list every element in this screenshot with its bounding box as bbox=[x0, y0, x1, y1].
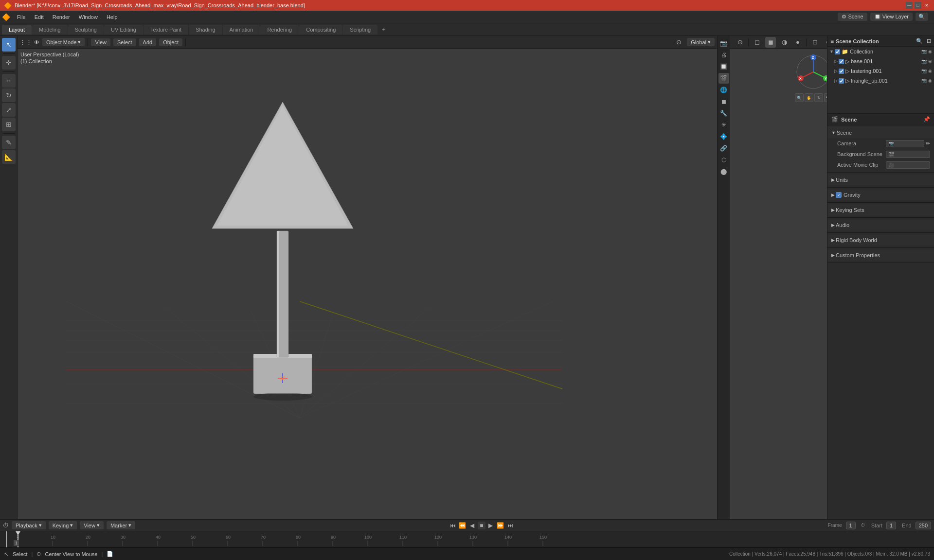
material-props-icon[interactable]: ⬤ bbox=[718, 166, 729, 177]
engine-selector[interactable]: ⚙ Scene bbox=[838, 13, 867, 21]
play-button[interactable]: ▶ bbox=[486, 521, 495, 530]
outliner-item-base[interactable]: ▷ ▷ base.001 📷 ◉ bbox=[827, 56, 934, 66]
outliner-collection-item[interactable]: ▼ 📁 Collection 📷 ◉ bbox=[827, 47, 934, 56]
prev-keyframe-button[interactable]: ⏪ bbox=[458, 521, 467, 530]
annotate-tool-button[interactable]: ✎ bbox=[2, 136, 16, 149]
outliner-triangle-checkbox[interactable] bbox=[839, 78, 844, 84]
maximize-button[interactable]: □ bbox=[915, 2, 921, 9]
orbit-gizmo-btn[interactable]: ↻ bbox=[814, 93, 823, 102]
viewport-menu-icon[interactable]: ⋮⋮ bbox=[20, 37, 31, 48]
timeline-ruler[interactable]: 1 10 20 30 40 50 60 70 80 bbox=[0, 531, 934, 548]
render-props-icon[interactable]: 📷 bbox=[718, 38, 729, 49]
gravity-checkbox[interactable]: ✓ bbox=[836, 192, 842, 198]
output-props-icon[interactable]: 🖨 bbox=[718, 50, 729, 60]
outliner-search-icon[interactable]: 🔍 bbox=[916, 38, 923, 44]
scene-props-pin[interactable]: 📌 bbox=[923, 116, 930, 122]
title-bar-controls[interactable]: — □ ✕ bbox=[906, 2, 930, 9]
transform-pivot-btn[interactable]: ⊙ bbox=[673, 37, 684, 48]
minimize-button[interactable]: — bbox=[906, 2, 913, 9]
close-button[interactable]: ✕ bbox=[923, 2, 930, 9]
overlay-btn[interactable]: ⊡ bbox=[809, 37, 820, 48]
select-menu[interactable]: Select bbox=[113, 38, 136, 46]
tab-shading[interactable]: Shading bbox=[189, 25, 222, 35]
rigid-body-world-header[interactable]: ▶ Rigid Body World bbox=[827, 235, 934, 245]
transform-tool-button[interactable]: ⊞ bbox=[2, 118, 16, 131]
viewport-shading-material[interactable]: ◑ bbox=[779, 37, 790, 48]
tab-sculpting[interactable]: Sculpting bbox=[68, 25, 104, 35]
object-props-icon[interactable]: ◼ bbox=[718, 96, 729, 107]
outliner-item-fastering[interactable]: ▷ ▷ fastering.001 📷 ◉ bbox=[827, 66, 934, 76]
tab-compositing[interactable]: Compositing bbox=[299, 25, 342, 35]
background-scene-value[interactable]: 🎬 bbox=[886, 151, 930, 158]
camera-eyedropper[interactable]: ✏ bbox=[926, 140, 930, 147]
gravity-row[interactable]: ▶ ✓ Gravity bbox=[827, 190, 934, 200]
modifier-props-icon[interactable]: 🔧 bbox=[718, 108, 729, 119]
tab-rendering[interactable]: Rendering bbox=[260, 25, 299, 35]
menu-edit[interactable]: Edit bbox=[31, 13, 48, 21]
viewport-shading-solid[interactable]: ◼ bbox=[765, 37, 776, 48]
menu-file[interactable]: File bbox=[13, 13, 30, 21]
add-menu[interactable]: Add bbox=[139, 38, 157, 46]
constraints-props-icon[interactable]: 🔗 bbox=[718, 143, 729, 154]
play-reverse-button[interactable]: ◀ bbox=[468, 521, 477, 530]
scene-props-icon[interactable]: 🎬 bbox=[718, 73, 729, 84]
object-menu[interactable]: Object bbox=[159, 38, 182, 46]
transform-orientation-btn[interactable]: Global▾ bbox=[687, 38, 715, 46]
scale-tool-button[interactable]: ⤢ bbox=[2, 103, 16, 117]
tab-scripting[interactable]: Scripting bbox=[343, 25, 377, 35]
measure-tool-button[interactable]: 📐 bbox=[2, 150, 16, 164]
move-tool-button[interactable]: ↔ bbox=[2, 74, 16, 88]
select-tool-button[interactable]: ↖ bbox=[2, 38, 16, 52]
marker-menu[interactable]: Marker▾ bbox=[107, 521, 135, 529]
keying-menu[interactable]: Keying▾ bbox=[49, 521, 77, 529]
keying-sets-header[interactable]: ▶ Keying Sets bbox=[827, 205, 934, 215]
next-keyframe-button[interactable]: ⏩ bbox=[496, 521, 505, 530]
proportional-edit-btn[interactable]: ⊙ bbox=[735, 37, 745, 48]
zoom-gizmo-btn[interactable]: 🔍 bbox=[795, 93, 804, 102]
view-layer-props-icon[interactable]: 🔲 bbox=[718, 61, 729, 72]
viewport-3d[interactable]: User Perspective (Local) (1) Collection bbox=[18, 49, 837, 519]
scene-section-header[interactable]: ▼ Scene bbox=[827, 127, 934, 138]
world-props-icon[interactable]: 🌐 bbox=[718, 85, 729, 95]
stop-button[interactable]: ■ bbox=[478, 522, 485, 529]
cursor-tool-button[interactable]: ✛ bbox=[2, 56, 16, 70]
tab-modeling[interactable]: Modeling bbox=[32, 25, 68, 35]
tab-animation[interactable]: Animation bbox=[223, 25, 260, 35]
tab-uv-editing[interactable]: UV Editing bbox=[104, 25, 143, 35]
playback-menu[interactable]: Playback▾ bbox=[12, 521, 46, 529]
particles-props-icon[interactable]: ✳ bbox=[718, 120, 729, 130]
menu-help[interactable]: Help bbox=[103, 13, 122, 21]
custom-properties-header[interactable]: ▶ Custom Properties bbox=[827, 250, 934, 261]
jump-start-button[interactable]: ⏮ bbox=[449, 521, 457, 530]
pan-gizmo-btn[interactable]: ✋ bbox=[805, 93, 813, 102]
tab-texture-paint[interactable]: Texture Paint bbox=[144, 25, 188, 35]
search-btn[interactable]: 🔍 bbox=[916, 13, 928, 21]
current-frame-input[interactable]: 1 bbox=[846, 522, 856, 529]
viewport-shading-rendered[interactable]: ● bbox=[792, 37, 803, 48]
physics-props-icon[interactable]: 💠 bbox=[718, 131, 729, 142]
tab-layout[interactable]: Layout bbox=[2, 25, 32, 35]
add-workspace-button[interactable]: + bbox=[378, 24, 390, 35]
active-movie-clip-value[interactable]: 🎥 bbox=[886, 161, 930, 169]
outliner-base-checkbox[interactable] bbox=[839, 59, 844, 64]
data-props-icon[interactable]: ⬡ bbox=[718, 155, 729, 165]
outliner-fastering-checkbox[interactable] bbox=[839, 69, 844, 74]
view-menu[interactable]: View bbox=[91, 38, 110, 46]
timeline-view-menu[interactable]: View▾ bbox=[80, 521, 104, 529]
keying-sets-label: Keying Sets bbox=[836, 207, 864, 213]
end-frame-input[interactable]: 250 bbox=[916, 522, 931, 529]
units-section-header[interactable]: ▶ Units bbox=[827, 175, 934, 185]
outliner-collection-checkbox[interactable] bbox=[835, 49, 840, 54]
camera-value[interactable]: 📷 bbox=[886, 140, 924, 147]
audio-header[interactable]: ▶ Audio bbox=[827, 220, 934, 230]
rotate-tool-button[interactable]: ↻ bbox=[2, 88, 16, 102]
outliner-filter-icon[interactable]: ⊟ bbox=[927, 38, 931, 44]
object-mode-selector[interactable]: Object Mode ▾ bbox=[42, 38, 85, 46]
view-layer-btn[interactable]: 🔲 View Layer bbox=[870, 13, 913, 21]
viewport-shading-wire[interactable]: ◻ bbox=[752, 37, 762, 48]
outliner-item-triangle[interactable]: ▷ ▷ triangle_up.001 📷 ◉ bbox=[827, 76, 934, 86]
jump-end-button[interactable]: ⏭ bbox=[506, 521, 515, 530]
menu-window[interactable]: Window bbox=[75, 13, 102, 21]
menu-render[interactable]: Render bbox=[49, 13, 74, 21]
start-frame-input[interactable]: 1 bbox=[886, 522, 896, 529]
